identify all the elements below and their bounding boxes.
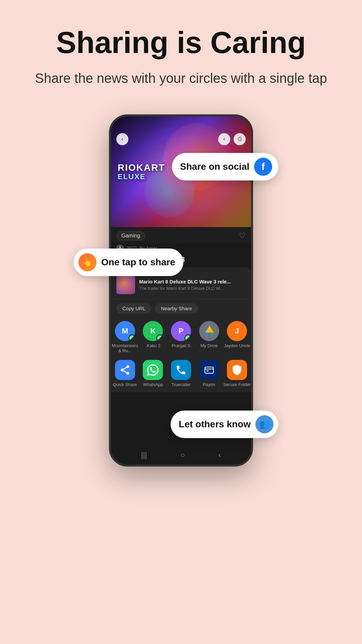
- phone-bottom-bar: ||| ○ ‹: [111, 446, 251, 465]
- svg-line-8: [123, 367, 127, 369]
- tap-icon: 👆: [78, 253, 97, 271]
- gaming-tag[interactable]: Gaming: [116, 231, 145, 240]
- action-buttons-row: Copy URL Nearby Share: [111, 299, 251, 318]
- contact-name: Pranjali S: [172, 343, 190, 348]
- contact-avatar-pranjali: P: [171, 321, 191, 341]
- app-item-quickshare[interactable]: Quick Share: [111, 360, 139, 387]
- contact-avatar-kaku: K: [143, 321, 163, 341]
- let-others-bubble: Let others know 👥: [171, 411, 278, 438]
- share-social-text: Share on social: [180, 161, 249, 172]
- apps-row: Quick Share WhatsApp: [111, 357, 251, 392]
- contact-name: Jaydee Uncle: [224, 343, 250, 348]
- truecaller-icon: [171, 360, 191, 380]
- facebook-icon: f: [254, 158, 272, 176]
- svg-line-7: [123, 371, 127, 373]
- share-button[interactable]: ⎙: [234, 133, 246, 145]
- game-logo: RIOKARTELUXE: [118, 162, 165, 181]
- contact-item[interactable]: J Jaydee Uncle: [223, 321, 251, 353]
- app-item-truecaller[interactable]: Truecaller: [167, 360, 195, 387]
- page-container: Sharing is Caring Share the news with yo…: [0, 0, 362, 644]
- secure-folder-icon: [227, 360, 247, 380]
- let-others-text: Let others know: [179, 419, 251, 430]
- contact-name: .Kaku 2: [145, 343, 160, 348]
- page-headline: Sharing is Caring: [36, 27, 326, 59]
- share-article-row: Mario Kart 8 Deluxe DLC Wave 3 rele... T…: [111, 273, 251, 299]
- svg-rect-9: [205, 367, 214, 373]
- contact-item[interactable]: My Drive: [195, 321, 223, 353]
- nearby-share-button[interactable]: Nearby Share: [155, 303, 198, 314]
- app-name-securefolder: Secure Folder: [223, 382, 251, 387]
- whatsapp-badge: [184, 334, 191, 341]
- contact-name-mydrive: My Drive: [200, 343, 218, 348]
- prev-button[interactable]: ‹: [218, 133, 230, 145]
- svg-rect-10: [206, 370, 208, 371]
- home-button[interactable]: ○: [180, 451, 185, 460]
- share-social-bubble: Share on social f: [172, 153, 278, 180]
- share-title: Mario Kart 8 Deluxe DLC Wave 3 rele...: [139, 278, 246, 285]
- contact-item[interactable]: M Mountaineers & Ru...: [111, 321, 139, 353]
- paytm-icon: [199, 360, 219, 380]
- page-subtitle: Share the news with your circles with a …: [1, 69, 361, 88]
- back-button[interactable]: ‹: [116, 133, 128, 145]
- one-tap-bubble: 👆 One tap to share: [74, 249, 183, 276]
- article-info: Mario Kart 8 Deluxe DLC Wave 3 rele... T…: [139, 278, 246, 291]
- drive-icon: [203, 325, 215, 337]
- contact-avatar-mydrive: [199, 321, 219, 341]
- phone-wrapper: Share on social f 👆 One tap to share Let…: [94, 114, 268, 483]
- back-nav-button[interactable]: ‹: [219, 451, 221, 460]
- app-item-securefolder[interactable]: Secure Folder: [223, 360, 251, 387]
- svg-point-4: [126, 365, 129, 368]
- contact-name: Mountaineers & Ru...: [111, 343, 139, 353]
- svg-point-6: [126, 372, 129, 375]
- app-name-whatsapp: WhatsApp: [143, 382, 163, 387]
- svg-marker-3: [205, 325, 214, 332]
- app-name-paytm: Paytm: [203, 382, 215, 387]
- recent-apps-button[interactable]: |||: [141, 451, 147, 460]
- contact-item[interactable]: P Pranjali S: [167, 321, 195, 353]
- article-meta: Gaming ♡: [111, 227, 251, 243]
- share-subtitle: The trailer for Mario Kart 8 Deluxe DLC …: [139, 286, 246, 291]
- app-item-paytm[interactable]: Paytm: [195, 360, 223, 387]
- app-name-truecaller: Truecaller: [171, 382, 190, 387]
- copy-url-button[interactable]: Copy URL: [116, 303, 152, 314]
- contact-avatar-jaydee: J: [227, 321, 247, 341]
- whatsapp-badge: [128, 334, 135, 341]
- quick-share-icon: [115, 360, 135, 380]
- whatsapp-icon: [143, 360, 163, 380]
- article-thumbnail: [116, 275, 135, 294]
- svg-point-5: [121, 368, 124, 371]
- app-item-whatsapp[interactable]: WhatsApp: [139, 360, 167, 387]
- share-sheet: Mario Kart 8 Deluxe DLC Wave 3 rele... T…: [111, 267, 251, 392]
- contacts-row: M Mountaineers & Ru... K: [111, 318, 251, 357]
- one-tap-text: One tap to share: [101, 257, 175, 268]
- contact-item[interactable]: K .Kaku 2: [139, 321, 167, 353]
- contact-avatar-mountaineers: M: [115, 321, 135, 341]
- nav-icons: ‹ ‹ ⎙: [111, 133, 251, 145]
- community-icon: 👥: [255, 415, 274, 433]
- whatsapp-badge: [156, 334, 163, 341]
- app-name-quickshare: Quick Share: [113, 382, 137, 387]
- heart-icon[interactable]: ♡: [239, 231, 246, 240]
